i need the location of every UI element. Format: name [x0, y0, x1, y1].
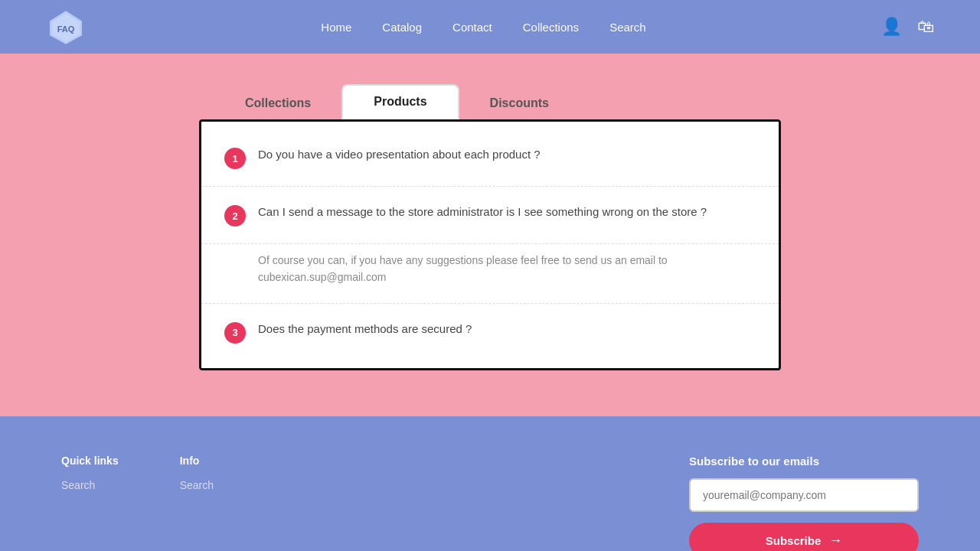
logo-icon: FAQ — [46, 7, 86, 47]
faq-question-1: Do you have a video presentation about e… — [258, 146, 541, 164]
tab-collections[interactable]: Collections — [214, 87, 341, 119]
faq-answer-2: Of course you can, if you have any sugge… — [201, 244, 779, 304]
cart-icon[interactable]: 🛍 — [917, 17, 934, 37]
footer-search-link-2[interactable]: Search — [180, 479, 214, 491]
subscribe-button[interactable]: Subscribe → — [689, 523, 919, 551]
subscribe-title: Subscribe to our emails — [689, 455, 819, 468]
info-title: Info — [180, 455, 214, 467]
faq-question-3: Does the payment methods are secured ? — [258, 321, 472, 338]
tabs: Collections Products Discounts — [214, 84, 781, 119]
nav-search[interactable]: Search — [609, 21, 646, 34]
footer-quick-links: Quick links Search — [61, 455, 119, 497]
subscribe-label: Subscribe — [766, 534, 822, 547]
tab-products[interactable]: Products — [341, 84, 459, 119]
svg-text:FAQ: FAQ — [57, 24, 75, 34]
tab-container: Collections Products Discounts 1 Do you … — [199, 84, 781, 370]
faq-card: 1 Do you have a video presentation about… — [199, 119, 781, 370]
footer-subscribe: Subscribe to our emails Subscribe → — [689, 455, 919, 551]
header-icons: 👤 🛍 — [881, 17, 934, 37]
main-nav: Home Catalog Contact Collections Search — [321, 21, 645, 34]
faq-number-1: 1 — [224, 148, 246, 169]
faq-number-2: 2 — [224, 205, 246, 227]
account-icon[interactable]: 👤 — [881, 17, 902, 37]
faq-item-2[interactable]: 2 Can I send a message to the store admi… — [201, 187, 779, 244]
header: FAQ Home Catalog Contact Collections Sea… — [0, 0, 980, 54]
nav-catalog[interactable]: Catalog — [382, 21, 422, 34]
footer: Quick links Search Info Search Subscribe… — [0, 416, 980, 551]
faq-item-3[interactable]: 3 Does the payment methods are secured ? — [201, 304, 779, 360]
faq-question-2: Can I send a message to the store admini… — [258, 204, 707, 221]
faq-answer-text-2: Of course you can, if you have any sugge… — [258, 252, 756, 286]
logo[interactable]: FAQ — [46, 7, 86, 47]
footer-search-link-1[interactable]: Search — [61, 479, 119, 491]
faq-number-3: 3 — [224, 322, 246, 344]
nav-home[interactable]: Home — [321, 21, 351, 34]
email-input[interactable] — [689, 478, 919, 512]
main-content: Collections Products Discounts 1 Do you … — [0, 54, 980, 416]
nav-collections[interactable]: Collections — [523, 21, 579, 34]
quick-links-title: Quick links — [61, 455, 119, 467]
tab-discounts[interactable]: Discounts — [459, 87, 580, 119]
arrow-icon: → — [828, 533, 842, 549]
footer-info: Info Search — [180, 455, 214, 497]
nav-contact[interactable]: Contact — [452, 21, 492, 34]
footer-links: Quick links Search Info Search — [61, 455, 214, 497]
faq-item-1[interactable]: 1 Do you have a video presentation about… — [201, 129, 779, 187]
